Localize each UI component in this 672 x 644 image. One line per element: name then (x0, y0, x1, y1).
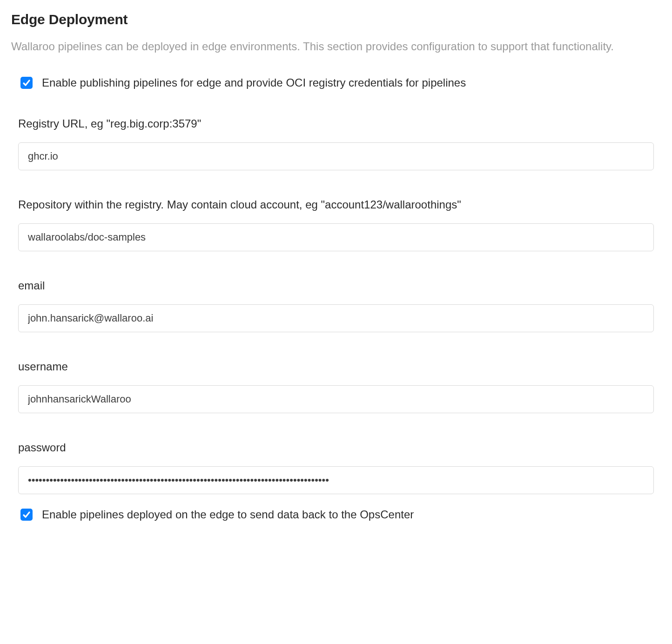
enable-edge-send-label: Enable pipelines deployed on the edge to… (42, 508, 414, 521)
enable-publishing-row: Enable publishing pipelines for edge and… (20, 76, 661, 89)
section-title: Edge Deployment (11, 12, 661, 27)
section-description: Wallaroo pipelines can be deployed in ed… (11, 39, 661, 55)
enable-publishing-label: Enable publishing pipelines for edge and… (42, 76, 466, 89)
email-field: email (18, 279, 654, 332)
email-label: email (18, 279, 654, 292)
username-input[interactable] (18, 385, 654, 413)
registry-url-label: Registry URL, eg "reg.big.corp:3579" (18, 117, 654, 130)
enable-edge-send-checkbox[interactable] (20, 509, 33, 521)
enable-publishing-checkbox[interactable] (20, 77, 33, 89)
password-field: password (18, 441, 654, 494)
email-input[interactable] (18, 304, 654, 332)
registry-url-input[interactable] (18, 142, 654, 170)
repository-input[interactable] (18, 223, 654, 251)
password-input[interactable] (18, 466, 654, 494)
registry-url-field: Registry URL, eg "reg.big.corp:3579" (18, 117, 654, 170)
check-icon (22, 78, 31, 87)
username-field: username (18, 360, 654, 413)
repository-label: Repository within the registry. May cont… (18, 198, 654, 211)
password-label: password (18, 441, 654, 454)
username-label: username (18, 360, 654, 373)
enable-edge-send-row: Enable pipelines deployed on the edge to… (20, 508, 661, 521)
check-icon (22, 510, 31, 519)
repository-field: Repository within the registry. May cont… (18, 198, 654, 251)
